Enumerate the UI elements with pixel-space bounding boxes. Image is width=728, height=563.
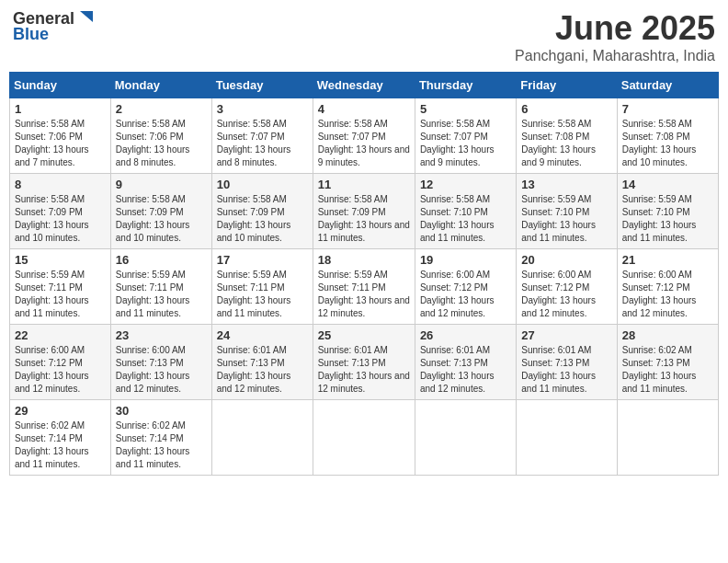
calendar-cell: 27Sunrise: 6:01 AMSunset: 7:13 PMDayligh… [517,325,617,400]
calendar-cell: 18Sunrise: 5:59 AMSunset: 7:11 PMDayligh… [313,249,415,325]
day-number: 7 [622,102,713,116]
day-info: Sunrise: 6:00 AMSunset: 7:13 PMDaylight:… [116,344,207,396]
day-info: Sunrise: 5:59 AMSunset: 7:10 PMDaylight:… [622,193,713,245]
calendar-header-sunday: Sunday [10,73,111,98]
logo-triangle-icon [76,9,93,26]
calendar-cell: 25Sunrise: 6:01 AMSunset: 7:13 PMDayligh… [313,325,415,400]
day-info: Sunrise: 6:00 AMSunset: 7:12 PMDaylight:… [15,344,106,396]
day-number: 22 [15,328,106,342]
day-number: 15 [15,253,106,267]
calendar-week-4: 22Sunrise: 6:00 AMSunset: 7:12 PMDayligh… [10,325,719,400]
svg-marker-0 [80,11,93,22]
calendar-cell: 4Sunrise: 5:58 AMSunset: 7:07 PMDaylight… [313,98,415,174]
calendar-cell: 26Sunrise: 6:01 AMSunset: 7:13 PMDayligh… [415,325,516,400]
day-number: 8 [15,178,106,191]
day-number: 10 [217,178,308,191]
day-number: 3 [217,102,308,116]
day-number: 18 [318,253,410,267]
day-number: 13 [521,178,611,191]
calendar-body: 1Sunrise: 5:58 AMSunset: 7:06 PMDaylight… [10,98,719,476]
calendar-cell: 19Sunrise: 6:00 AMSunset: 7:12 PMDayligh… [415,249,516,325]
calendar-cell: 1Sunrise: 5:58 AMSunset: 7:06 PMDaylight… [10,98,111,174]
day-number: 24 [217,328,308,342]
calendar-cell: 29Sunrise: 6:02 AMSunset: 7:14 PMDayligh… [10,400,111,476]
calendar-header-thursday: Thursday [415,73,516,98]
calendar-cell: 23Sunrise: 6:00 AMSunset: 7:13 PMDayligh… [110,325,211,400]
logo-blue-text: Blue [13,25,49,44]
day-info: Sunrise: 5:58 AMSunset: 7:09 PMDaylight:… [15,193,106,245]
day-number: 26 [420,328,511,342]
calendar-cell: 15Sunrise: 5:59 AMSunset: 7:11 PMDayligh… [10,249,111,325]
location-title: Panchgani, Maharashtra, India [515,48,715,64]
day-info: Sunrise: 5:59 AMSunset: 7:11 PMDaylight:… [116,269,207,320]
day-number: 23 [116,328,207,342]
calendar-cell [211,400,313,476]
calendar-cell: 8Sunrise: 5:58 AMSunset: 7:09 PMDaylight… [10,174,111,249]
day-info: Sunrise: 6:01 AMSunset: 7:13 PMDaylight:… [521,344,611,396]
calendar-cell: 2Sunrise: 5:58 AMSunset: 7:06 PMDaylight… [110,98,211,174]
day-info: Sunrise: 6:00 AMSunset: 7:12 PMDaylight:… [521,269,611,320]
calendar-header-friday: Friday [517,73,617,98]
day-info: Sunrise: 6:00 AMSunset: 7:12 PMDaylight:… [420,269,511,320]
calendar-week-2: 8Sunrise: 5:58 AMSunset: 7:09 PMDaylight… [10,174,719,249]
day-number: 17 [217,253,308,267]
day-number: 30 [116,404,207,418]
calendar-cell: 17Sunrise: 5:59 AMSunset: 7:11 PMDayligh… [211,249,313,325]
day-info: Sunrise: 5:58 AMSunset: 7:08 PMDaylight:… [521,118,611,169]
day-info: Sunrise: 6:02 AMSunset: 7:13 PMDaylight:… [622,344,713,396]
calendar-cell: 12Sunrise: 5:58 AMSunset: 7:10 PMDayligh… [415,174,516,249]
day-info: Sunrise: 5:58 AMSunset: 7:09 PMDaylight:… [318,193,410,245]
calendar-cell: 13Sunrise: 5:59 AMSunset: 7:10 PMDayligh… [517,174,617,249]
calendar-cell: 6Sunrise: 5:58 AMSunset: 7:08 PMDaylight… [517,98,617,174]
calendar-cell: 21Sunrise: 6:00 AMSunset: 7:12 PMDayligh… [617,249,718,325]
day-number: 12 [420,178,511,191]
day-info: Sunrise: 5:59 AMSunset: 7:11 PMDaylight:… [15,269,106,320]
calendar-cell: 9Sunrise: 5:58 AMSunset: 7:09 PMDaylight… [110,174,211,249]
day-info: Sunrise: 5:58 AMSunset: 7:06 PMDaylight:… [116,118,207,169]
calendar-cell [617,400,718,476]
day-info: Sunrise: 6:01 AMSunset: 7:13 PMDaylight:… [217,344,308,396]
calendar-cell: 3Sunrise: 5:58 AMSunset: 7:07 PMDaylight… [211,98,313,174]
day-number: 27 [521,328,611,342]
calendar-cell: 16Sunrise: 5:59 AMSunset: 7:11 PMDayligh… [110,249,211,325]
calendar-header-tuesday: Tuesday [211,73,313,98]
calendar-cell: 11Sunrise: 5:58 AMSunset: 7:09 PMDayligh… [313,174,415,249]
day-info: Sunrise: 5:58 AMSunset: 7:09 PMDaylight:… [116,193,207,245]
calendar-cell: 28Sunrise: 6:02 AMSunset: 7:13 PMDayligh… [617,325,718,400]
day-info: Sunrise: 5:59 AMSunset: 7:11 PMDaylight:… [217,269,308,320]
day-info: Sunrise: 5:58 AMSunset: 7:06 PMDaylight:… [15,118,106,169]
day-number: 6 [521,102,611,116]
day-number: 4 [318,102,410,116]
day-info: Sunrise: 6:02 AMSunset: 7:14 PMDaylight:… [15,419,106,471]
calendar-cell: 24Sunrise: 6:01 AMSunset: 7:13 PMDayligh… [211,325,313,400]
calendar-header-wednesday: Wednesday [313,73,415,98]
calendar-cell [415,400,516,476]
day-info: Sunrise: 5:58 AMSunset: 7:10 PMDaylight:… [420,193,511,245]
day-info: Sunrise: 6:02 AMSunset: 7:14 PMDaylight:… [116,419,207,471]
day-number: 25 [318,328,410,342]
calendar-cell: 14Sunrise: 5:59 AMSunset: 7:10 PMDayligh… [617,174,718,249]
day-number: 5 [420,102,511,116]
calendar-week-5: 29Sunrise: 6:02 AMSunset: 7:14 PMDayligh… [10,400,719,476]
day-info: Sunrise: 5:58 AMSunset: 7:07 PMDaylight:… [217,118,308,169]
page-header: General Blue June 2025 Panchgani, Mahara… [9,9,719,64]
day-number: 11 [318,178,410,191]
day-info: Sunrise: 5:59 AMSunset: 7:10 PMDaylight:… [521,193,611,245]
day-info: Sunrise: 6:01 AMSunset: 7:13 PMDaylight:… [318,344,410,396]
month-title: June 2025 [515,9,715,48]
calendar-cell: 7Sunrise: 5:58 AMSunset: 7:08 PMDaylight… [617,98,718,174]
day-number: 29 [15,404,106,418]
calendar-cell: 10Sunrise: 5:58 AMSunset: 7:09 PMDayligh… [211,174,313,249]
calendar-cell: 22Sunrise: 6:00 AMSunset: 7:12 PMDayligh… [10,325,111,400]
day-info: Sunrise: 5:58 AMSunset: 7:07 PMDaylight:… [318,118,410,169]
calendar-cell [517,400,617,476]
day-number: 28 [622,328,713,342]
calendar-week-1: 1Sunrise: 5:58 AMSunset: 7:06 PMDaylight… [10,98,719,174]
day-number: 9 [116,178,207,191]
day-number: 2 [116,102,207,116]
calendar-cell: 20Sunrise: 6:00 AMSunset: 7:12 PMDayligh… [517,249,617,325]
calendar-week-3: 15Sunrise: 5:59 AMSunset: 7:11 PMDayligh… [10,249,719,325]
day-info: Sunrise: 5:59 AMSunset: 7:11 PMDaylight:… [318,269,410,320]
calendar-header-row: SundayMondayTuesdayWednesdayThursdayFrid… [10,73,719,98]
calendar-header-saturday: Saturday [617,73,718,98]
